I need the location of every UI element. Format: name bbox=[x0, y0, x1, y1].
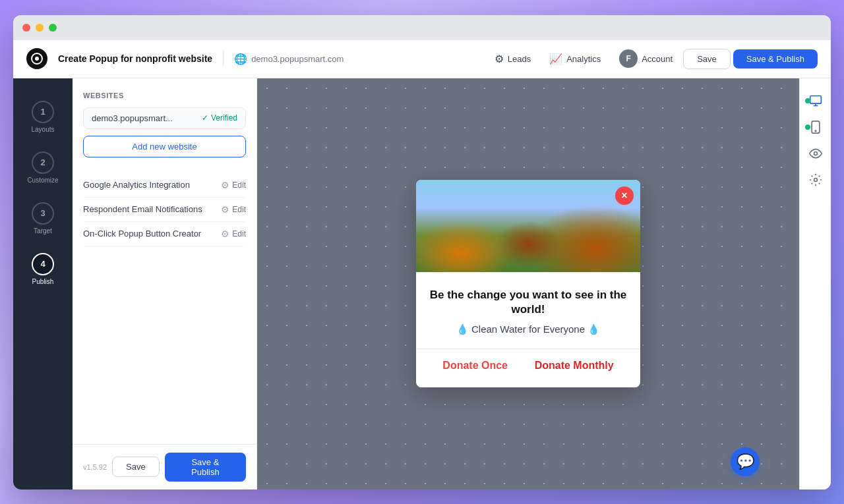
step-nav: 1 Layouts 2 Customize 3 Target 4 bbox=[13, 78, 73, 490]
minimize-dot[interactable] bbox=[36, 24, 44, 32]
titlebar bbox=[13, 15, 831, 40]
save-button[interactable]: Save bbox=[683, 49, 731, 69]
header-nav: ⚙ Leads 📈 Analytics F Account Save Save … bbox=[487, 45, 818, 72]
website-name: demo3.popupsmart... bbox=[92, 113, 173, 123]
website-item: demo3.popupsmart... ✓ Verified bbox=[83, 107, 246, 129]
websites-section-label: Websites bbox=[83, 92, 246, 99]
maximize-dot[interactable] bbox=[49, 24, 57, 32]
popup-headline: Be the change you want to see in the wor… bbox=[429, 288, 627, 317]
svg-rect-2 bbox=[810, 96, 821, 103]
settings-content: Websites demo3.popupsmart... ✓ Verified … bbox=[73, 78, 256, 444]
version-text: v1.5.92 bbox=[83, 463, 107, 471]
nav-analytics[interactable]: 📈 Analytics bbox=[541, 49, 609, 69]
svg-point-7 bbox=[814, 152, 817, 155]
mobile-indicator bbox=[805, 125, 810, 130]
analytics-edit-label: Edit bbox=[232, 181, 246, 190]
svg-point-8 bbox=[814, 178, 817, 181]
analytics-edit-action[interactable]: ⚙ Edit bbox=[221, 180, 246, 190]
step-circle-4: 4 bbox=[32, 253, 54, 275]
footer-save-button[interactable]: Save bbox=[112, 457, 160, 477]
onclick-edit-action[interactable]: ⚙ Edit bbox=[221, 229, 246, 239]
step-target[interactable]: 3 Target bbox=[13, 196, 73, 241]
header: Create Popup for nonprofit website 🌐 dem… bbox=[13, 40, 831, 78]
email-edit-label: Edit bbox=[232, 205, 246, 214]
settings-item-analytics[interactable]: Google Analytics Integration ⚙ Edit bbox=[83, 173, 246, 198]
add-website-button[interactable]: Add new website bbox=[83, 136, 246, 157]
settings-panel: Websites demo3.popupsmart... ✓ Verified … bbox=[73, 78, 257, 490]
email-notifications-label: Respondent Email Notifications bbox=[83, 204, 202, 214]
url-text: demo3.popupsmart.com bbox=[251, 54, 344, 64]
header-url: 🌐 demo3.popupsmart.com bbox=[234, 53, 344, 65]
chat-bubble[interactable]: 💬 bbox=[731, 447, 760, 476]
nav-account[interactable]: F Account bbox=[611, 45, 680, 72]
step-circle-1: 1 bbox=[32, 101, 54, 123]
settings-item-email[interactable]: Respondent Email Notifications ⚙ Edit bbox=[83, 198, 246, 222]
verified-badge: ✓ Verified bbox=[202, 113, 237, 123]
close-dot[interactable] bbox=[22, 24, 30, 32]
settings-gear-button[interactable] bbox=[804, 168, 828, 192]
desktop-view-button[interactable] bbox=[804, 89, 828, 113]
popup-close-button[interactable]: × bbox=[615, 186, 634, 205]
leads-label: Leads bbox=[508, 54, 531, 64]
onclick-button-label: On-Click Popup Button Creator bbox=[83, 229, 201, 238]
popup-subtext: 💧 Clean Water for Everyone 💧 bbox=[429, 323, 627, 335]
step-label-2: Customize bbox=[27, 177, 58, 184]
popup-card: × Be the change you want to see in the w… bbox=[416, 180, 640, 387]
gear-icon-analytics: ⚙ bbox=[221, 180, 229, 190]
gear-icon-onclick: ⚙ bbox=[221, 229, 229, 239]
desktop-indicator bbox=[805, 98, 810, 103]
device-toolbar bbox=[799, 78, 831, 490]
donate-once-button[interactable]: Donate Once bbox=[442, 360, 508, 372]
header-divider bbox=[223, 51, 224, 67]
step-label-1: Layouts bbox=[31, 126, 54, 133]
step-publish[interactable]: 4 Publish bbox=[13, 246, 73, 292]
svg-point-1 bbox=[35, 57, 39, 61]
main-content: 1 Layouts 2 Customize 3 Target 4 bbox=[13, 78, 831, 490]
logo bbox=[26, 48, 47, 69]
donate-monthly-button[interactable]: Donate Monthly bbox=[535, 360, 614, 372]
svg-point-6 bbox=[815, 130, 816, 132]
account-label: Account bbox=[642, 54, 673, 64]
settings-footer: v1.5.92 Save Save & Publish bbox=[73, 444, 256, 490]
footer-publish-button[interactable]: Save & Publish bbox=[165, 453, 246, 482]
onclick-edit-label: Edit bbox=[232, 229, 246, 238]
step-customize[interactable]: 2 Customize bbox=[13, 145, 73, 190]
settings-item-onclick[interactable]: On-Click Popup Button Creator ⚙ Edit bbox=[83, 222, 246, 246]
step-layouts[interactable]: 1 Layouts bbox=[13, 94, 73, 140]
preview-area: × Be the change you want to see in the w… bbox=[257, 78, 799, 490]
mobile-view-button[interactable] bbox=[804, 115, 828, 139]
analytics-icon: 📈 bbox=[549, 53, 562, 65]
leads-icon: ⚙ bbox=[495, 53, 504, 65]
globe-icon: 🌐 bbox=[234, 53, 247, 65]
popup-body: Be the change you want to see in the wor… bbox=[416, 272, 640, 387]
app-window: Create Popup for nonprofit website 🌐 dem… bbox=[13, 15, 831, 490]
verified-label: Verified bbox=[211, 113, 237, 123]
step-label-3: Target bbox=[34, 227, 52, 235]
popup-image-inner bbox=[416, 180, 640, 272]
popup-divider bbox=[416, 349, 640, 349]
page-title: Create Popup for nonprofit website bbox=[58, 53, 212, 64]
analytics-integration-label: Google Analytics Integration bbox=[83, 180, 190, 190]
analytics-label: Analytics bbox=[566, 54, 601, 64]
gear-icon-email: ⚙ bbox=[221, 204, 229, 215]
email-edit-action[interactable]: ⚙ Edit bbox=[221, 204, 246, 215]
nav-leads[interactable]: ⚙ Leads bbox=[487, 49, 539, 69]
checkmark-icon: ✓ bbox=[202, 113, 208, 123]
avatar: F bbox=[619, 49, 638, 68]
step-circle-2: 2 bbox=[32, 152, 54, 174]
save-publish-button[interactable]: Save & Publish bbox=[733, 49, 818, 69]
popup-actions: Donate Once Donate Monthly bbox=[429, 360, 627, 377]
step-label-4: Publish bbox=[32, 278, 54, 285]
popup-image bbox=[416, 180, 640, 272]
step-circle-3: 3 bbox=[32, 202, 54, 225]
preview-button[interactable] bbox=[804, 142, 828, 165]
